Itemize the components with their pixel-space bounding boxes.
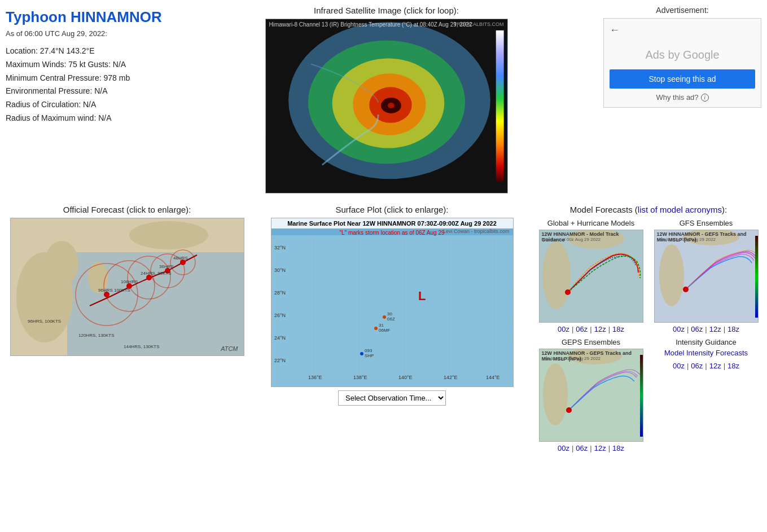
storm-title: Typhoon HINNAMNOR xyxy=(6,8,169,26)
ad-back-btn[interactable]: ← xyxy=(610,24,620,36)
geps-12z-link[interactable]: 12z xyxy=(594,444,606,452)
intensity-06z-link[interactable]: 06z xyxy=(691,362,703,370)
global-06z-link[interactable]: 06z xyxy=(576,325,588,333)
geps-image[interactable]: 12W HINNAMNOR - GEPS Tracks and Min. MSL… xyxy=(539,349,643,442)
svg-text:SHP: SHP xyxy=(365,353,374,358)
svg-text:120HRS, 130KTS: 120HRS, 130KTS xyxy=(78,333,115,338)
svg-rect-77 xyxy=(755,236,759,318)
global-models-title: Global + Hurricane Models xyxy=(547,219,634,227)
surface-chart-title: Marine Surface Plot Near 12W HINNAMNOR 0… xyxy=(271,218,513,228)
surface-plot-image[interactable]: 32°N 30°N 28°N 26°N 24°N 22°N xyxy=(271,218,514,387)
model-intensity-link[interactable]: Model Intensity Forecasts xyxy=(664,349,748,357)
satellite-svg-overlay xyxy=(266,19,507,193)
svg-point-61 xyxy=(374,327,378,330)
intensity-18z-link[interactable]: 18z xyxy=(727,362,739,370)
svg-rect-34 xyxy=(271,235,514,387)
intensity-00z-link[interactable]: 00z xyxy=(673,362,685,370)
storm-radius-circ: Radius of Circulation: N/A xyxy=(6,98,169,112)
official-forecast-title: Official Forecast (click to enlarge): xyxy=(63,205,191,214)
svg-text:136°E: 136°E xyxy=(308,375,322,380)
svg-text:093: 093 xyxy=(365,348,372,353)
global-12z-link[interactable]: 12z xyxy=(594,325,606,333)
why-this-ad[interactable]: Why this ad? i xyxy=(610,93,755,102)
svg-text:32°N: 32°N xyxy=(274,245,286,250)
svg-text:36HRS: 36HRS xyxy=(159,264,174,269)
svg-text:144°E: 144°E xyxy=(486,375,500,380)
satellite-section: Infrared Satellite Image (click for loop… xyxy=(175,6,598,194)
intensity-12z-link[interactable]: 12z xyxy=(709,362,721,370)
global-00z-link[interactable]: 00z xyxy=(558,325,569,333)
info-icon: i xyxy=(701,94,709,102)
storm-info-panel: Typhoon HINNAMNOR As of 06:00 UTC Aug 29… xyxy=(6,6,169,194)
svg-point-7 xyxy=(387,103,394,108)
svg-text:138°E: 138°E xyxy=(353,375,367,380)
storm-max-winds: Maximum Winds: 75 kt Gusts: N/A xyxy=(6,58,169,72)
svg-point-80 xyxy=(543,363,568,425)
model-forecasts-header: Model Forecasts (list of model acronyms)… xyxy=(536,205,761,214)
model-acronyms-link[interactable]: list of model acronyms xyxy=(638,205,722,214)
svg-text:28°N: 28°N xyxy=(274,290,286,296)
forecast-map: 96HRS 100KTS 108HRS 24HRS, 90KTS 36HRS 4… xyxy=(11,218,244,355)
gefs-title: GFS Ensembles xyxy=(680,219,733,227)
global-18z-link[interactable]: 18z xyxy=(612,325,624,333)
geps-svg xyxy=(540,349,643,442)
svg-text:140°E: 140°E xyxy=(398,375,413,380)
official-forecast-image[interactable]: 96HRS 100KTS 108HRS 24HRS, 90KTS 36HRS 4… xyxy=(10,218,244,356)
storm-min-pressure: Minimum Central Pressure: 978 mb xyxy=(6,72,169,85)
svg-rect-8 xyxy=(496,30,503,182)
svg-text:24HRS, 90KTS: 24HRS, 90KTS xyxy=(141,271,172,276)
gefs-image[interactable]: 12W HINNAMNOR - GEFS Tracks and Min. MSL… xyxy=(654,230,759,323)
global-models-time-links: 00z | 06z | 12z | 18z xyxy=(558,325,624,333)
intensity-link-container: Model Intensity Forecasts xyxy=(664,349,748,357)
stop-seeing-button[interactable]: Stop seeing this ad xyxy=(610,69,755,89)
svg-point-82 xyxy=(566,407,572,413)
surface-select-container: Select Observation Time... 06:00Z Aug 29… xyxy=(338,390,446,406)
gefs-18z-link[interactable]: 18z xyxy=(727,325,739,333)
global-models-image[interactable]: 12W HINNAMNOR - Model Track Guidance Ini… xyxy=(539,230,643,323)
svg-point-76 xyxy=(683,287,689,292)
surface-plot-title: Surface Plot (click to enlarge): xyxy=(335,205,448,214)
bottom-row: Official Forecast (click to enlarge): xyxy=(6,205,761,452)
ad-label: Advertisement: xyxy=(603,6,761,15)
satellite-label-top: Himawari-8 Channel 13 (IR) Brightness Te… xyxy=(269,21,472,28)
geps-time-links: 00z | 06z | 12z | 18z xyxy=(558,444,624,452)
gefs-item: GFS Ensembles xyxy=(651,219,761,333)
geps-18z-link[interactable]: 18z xyxy=(612,444,624,452)
gefs-06z-link[interactable]: 06z xyxy=(691,325,703,333)
model-forecasts-section: Model Forecasts (list of model acronyms)… xyxy=(536,205,761,452)
svg-text:26°N: 26°N xyxy=(274,313,286,318)
global-models-svg xyxy=(540,230,643,323)
svg-text:96HRS 100KTS: 96HRS 100KTS xyxy=(98,288,130,293)
global-models-item: Global + Hurricane Models xyxy=(536,219,646,333)
svg-text:06Z: 06Z xyxy=(387,316,395,322)
gefs-12z-link[interactable]: 12z xyxy=(709,325,721,333)
gefs-img-sublabel: Initialized at 00z Aug 29 2022 xyxy=(657,237,716,242)
svg-point-69 xyxy=(542,241,571,309)
satellite-title: Infrared Satellite Image (click for loop… xyxy=(314,6,459,15)
svg-rect-83 xyxy=(640,355,643,437)
svg-point-64 xyxy=(360,352,363,355)
svg-point-13 xyxy=(129,221,208,249)
geps-img-sublabel: Initialized at 00z Aug 29 2022 xyxy=(542,356,601,361)
svg-text:31: 31 xyxy=(379,323,384,328)
intensity-time-links: 00z | 06z | 12z | 18z xyxy=(673,362,739,370)
geps-06z-link[interactable]: 06z xyxy=(576,444,588,452)
satellite-image-placeholder xyxy=(266,19,507,193)
surface-svg: 32°N 30°N 28°N 26°N 24°N 22°N xyxy=(271,218,514,387)
geps-title: GEPS Ensembles xyxy=(562,338,620,346)
top-row: Typhoon HINNAMNOR As of 06:00 UTC Aug 29… xyxy=(6,6,761,194)
svg-text:30: 30 xyxy=(387,311,392,316)
gefs-00z-link[interactable]: 00z xyxy=(673,325,685,333)
geps-00z-link[interactable]: 00z xyxy=(558,444,569,452)
svg-point-12 xyxy=(45,241,78,286)
svg-text:96HRS, 100KTS: 96HRS, 100KTS xyxy=(28,319,61,324)
satellite-image[interactable]: Himawari-8 Channel 13 (IR) Brightness Te… xyxy=(265,19,508,194)
intensity-guidance-item: Intensity Guidance Model Intensity Forec… xyxy=(651,338,761,452)
observation-time-select[interactable]: Select Observation Time... 06:00Z Aug 29… xyxy=(338,390,446,406)
svg-text:108HRS: 108HRS xyxy=(121,279,138,284)
storm-location: Location: 27.4°N 143.2°E xyxy=(6,45,169,58)
svg-text:142°E: 142°E xyxy=(444,375,458,380)
svg-point-71 xyxy=(565,289,571,295)
model-grid: Global + Hurricane Models xyxy=(536,219,761,452)
svg-text:22°N: 22°N xyxy=(274,358,286,363)
